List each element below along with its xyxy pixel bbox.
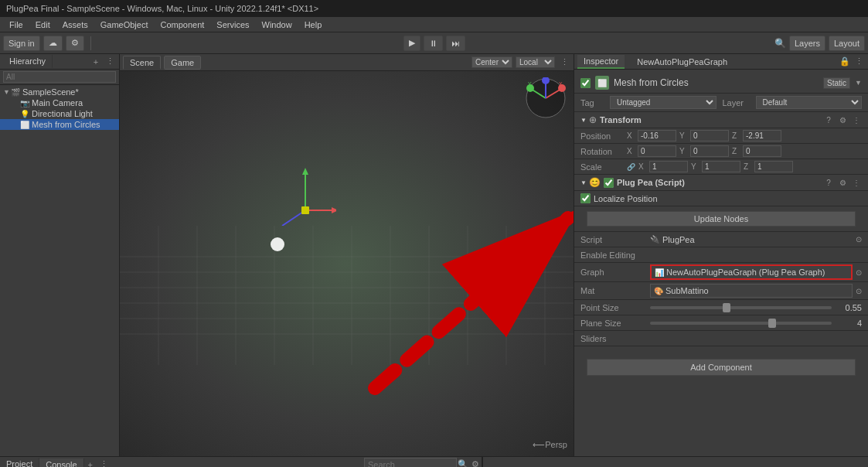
project-search[interactable] [364, 458, 457, 468]
menu-component[interactable]: Component [154, 19, 210, 31]
static-dropdown[interactable]: Static [823, 77, 850, 89]
titlebar: PlugPea Final - SampleScene - Windows, M… [0, 0, 868, 17]
script-label: Script [580, 235, 650, 244]
rotation-x-input[interactable] [638, 145, 676, 157]
search-icon-btn[interactable]: 🔍 [457, 458, 469, 468]
tag-dropdown[interactable]: Untagged [610, 96, 717, 109]
mat-field[interactable]: 🎨 SubMattino [650, 284, 853, 298]
position-y-input[interactable] [690, 130, 729, 141]
static-arrow[interactable]: ▼ [855, 79, 862, 87]
add-component-button[interactable]: Add Component [587, 359, 856, 376]
ry-label: Y [679, 147, 689, 155]
step-button[interactable]: ⏭ [446, 36, 465, 51]
transform-settings-btn[interactable]: ⚙ [837, 114, 848, 125]
scale-y-input[interactable] [702, 161, 740, 172]
rx-label: X [627, 147, 636, 155]
plugpea-header[interactable]: ▼ 😊 Plug Pea (Script) ? ⚙ ⋮ [574, 175, 868, 191]
sign-in-button[interactable]: Sign in [3, 36, 40, 51]
point-size-thumb[interactable] [723, 303, 730, 312]
layer-label: Layer [723, 98, 750, 107]
cloud-button[interactable]: ☁ [43, 36, 63, 51]
graph-value-container: 📊 NewAutoPlugPeaGraph (Plug Pea Graph) ⊙ [650, 264, 862, 280]
plugpea-settings-btn[interactable]: ⚙ [837, 177, 848, 188]
scene-canvas[interactable]: X Y Z ⟵Persp [120, 71, 574, 456]
transform-expand-icon: ▼ [580, 117, 587, 124]
inspector-tab[interactable]: Inspector [577, 55, 625, 69]
menu-assets[interactable]: Assets [56, 19, 94, 31]
persp-label: ⟵Persp [533, 440, 567, 450]
hierarchy-search[interactable] [3, 71, 116, 83]
transform-help-btn[interactable]: ? [823, 114, 834, 125]
scale-lock-icon: 🔗 [627, 163, 635, 171]
rotation-y-input[interactable] [690, 145, 729, 157]
collab-button[interactable]: ⚙ [66, 36, 84, 51]
menu-window[interactable]: Window [256, 19, 298, 31]
inspector-menu-button[interactable]: ⋮ [853, 56, 865, 68]
filter-btn[interactable]: ⚙ [469, 458, 482, 468]
scale-y-field: Y [691, 161, 740, 172]
plane-size-row: Plane Size 4 [574, 315, 868, 331]
sz-label: Z [744, 162, 753, 171]
point-size-label: Point Size [580, 303, 650, 312]
console-tab[interactable]: Console [39, 458, 83, 468]
layers-dropdown[interactable]: Layers [789, 36, 825, 51]
script-target-btn[interactable]: ⊙ [856, 235, 862, 244]
grid-svg [120, 71, 574, 456]
mat-target-btn[interactable]: ⊙ [856, 287, 862, 295]
menu-file[interactable]: File [3, 19, 29, 31]
rotation-z-input[interactable] [743, 145, 781, 157]
graph-target-btn[interactable]: ⊙ [856, 268, 862, 277]
localize-position-checkbox[interactable] [580, 193, 591, 203]
project-menu-button[interactable]: ⋮ [98, 458, 111, 468]
layer-dropdown[interactable]: Default [756, 96, 863, 109]
scale-x-input[interactable] [649, 161, 688, 172]
position-row: Position X Y Z [574, 128, 868, 144]
scene-menu-button[interactable]: ⋮ [558, 56, 570, 69]
game-tab[interactable]: Game [164, 56, 201, 70]
axis-gizmo: X Y Z [525, 77, 567, 120]
graph-field[interactable]: 📊 NewAutoPlugPeaGraph (Plug Pea Graph) [650, 264, 853, 280]
hierarchy-tab[interactable]: Hierarchy [3, 55, 53, 68]
scene-local-dropdown[interactable]: LocalGlobal [516, 56, 555, 68]
object-active-checkbox[interactable] [580, 78, 591, 88]
hierarchy-panel: Hierarchy + ⋮ ▼ 🎬 SampleScene* ▶ 📷 Main … [0, 54, 120, 456]
hierarchy-item-directionallight[interactable]: ▶ 💡 Directional Light [0, 108, 119, 119]
hierarchy-item-samplescene[interactable]: ▼ 🎬 SampleScene* [0, 87, 119, 97]
position-x-input[interactable] [638, 130, 676, 141]
project-add-button[interactable]: + [84, 458, 97, 468]
menu-edit[interactable]: Edit [29, 19, 56, 31]
graph-value-text: NewAutoPlugPeaGraph (Plug Pea Graph) [666, 268, 825, 277]
update-nodes-button[interactable]: Update Nodes [587, 211, 856, 227]
position-x-field: X [627, 130, 676, 141]
plugpea-help-btn[interactable]: ? [823, 177, 834, 188]
menu-gameobject[interactable]: GameObject [94, 19, 155, 31]
scale-row: Scale 🔗 X Y Z [574, 159, 868, 175]
position-z-input[interactable] [743, 130, 781, 141]
transform-menu-btn[interactable]: ⋮ [851, 114, 862, 125]
transform-header[interactable]: ▼ ⊕ Transform ? ⚙ ⋮ [574, 112, 868, 128]
menu-services[interactable]: Services [210, 19, 255, 31]
pause-button[interactable]: ⏸ [424, 36, 443, 51]
svg-text:Z: Z [543, 77, 547, 80]
graph-tab[interactable]: NewAutoPlugPeaGraph [631, 56, 734, 68]
menu-help[interactable]: Help [298, 19, 328, 31]
scene-center-dropdown[interactable]: CenterPivot [471, 56, 512, 68]
localize-position-row: Localize Position [574, 191, 868, 206]
inspector-lock-button[interactable]: 🔒 [839, 56, 851, 68]
plane-size-thumb[interactable] [768, 319, 776, 328]
plugpea-active-checkbox[interactable] [604, 178, 614, 188]
hierarchy-add-button[interactable]: + [90, 56, 102, 68]
title-text: PlugPea Final - SampleScene - Windows, M… [6, 4, 318, 13]
layout-dropdown[interactable]: Layout [829, 36, 865, 51]
play-button[interactable]: ▶ [403, 36, 420, 51]
plugpea-menu-btn[interactable]: ⋮ [851, 177, 862, 188]
scale-z-input[interactable] [754, 161, 793, 172]
transform-gizmo[interactable] [274, 164, 336, 226]
project-tab[interactable]: Project [0, 458, 39, 467]
scene-tab[interactable]: Scene [123, 56, 161, 70]
hierarchy-item-maincamera[interactable]: ▶ 📷 Main Camera [0, 97, 119, 108]
hierarchy-item-meshfromcircles[interactable]: ▶ ⬜ Mesh from Circles [0, 119, 119, 130]
main-area: Hierarchy + ⋮ ▼ 🎬 SampleScene* ▶ 📷 Main … [0, 54, 868, 456]
object-name: Mesh from Circles [614, 77, 819, 88]
hierarchy-menu-button[interactable]: ⋮ [104, 56, 116, 68]
